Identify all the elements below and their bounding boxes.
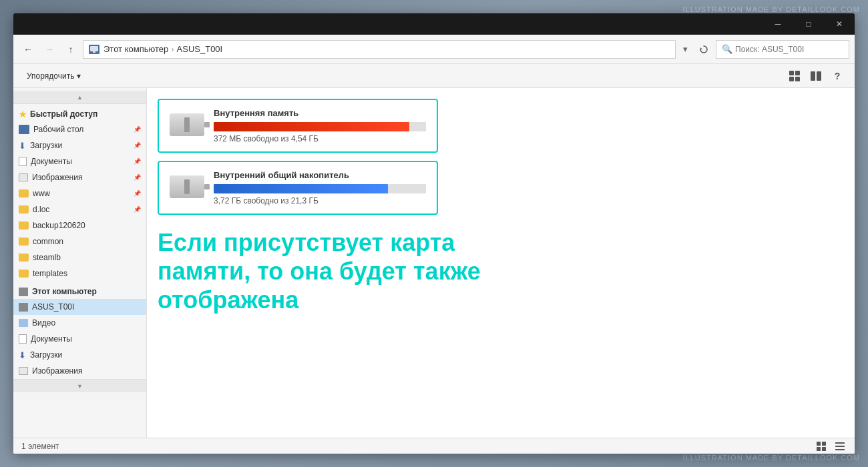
breadcrumb-device[interactable]: ASUS_T00I bbox=[177, 44, 223, 54]
sidebar-item-dloc[interactable]: d.loc 📌 bbox=[13, 201, 146, 217]
breadcrumb-bar[interactable]: Этот компьютер › ASUS_T00I bbox=[83, 40, 676, 59]
download2-icon: ⬇ bbox=[19, 350, 26, 360]
help-button[interactable]: ? bbox=[828, 67, 847, 85]
status-bar: 1 элемент bbox=[13, 438, 855, 454]
drive-bar-memory bbox=[214, 122, 426, 131]
annotation-line2: памяти, то она будет также bbox=[158, 257, 558, 286]
drive-free-shared: 3,72 ГБ свободно из 21,3 ГБ bbox=[214, 196, 426, 205]
templates-label: templates bbox=[33, 269, 67, 278]
pin-icon-dloc: 📌 bbox=[134, 206, 141, 213]
forward-button[interactable]: → bbox=[40, 40, 59, 59]
back-button[interactable]: ← bbox=[19, 40, 37, 59]
organize-label: Упорядочить bbox=[27, 71, 74, 81]
images2-label: Изображения bbox=[32, 366, 82, 376]
desktop-label: Рабочий стол bbox=[33, 125, 83, 134]
drive-bar-fill-memory bbox=[214, 122, 409, 131]
common-label: common bbox=[33, 237, 63, 246]
sidebar-scroll-up[interactable]: ▲ bbox=[13, 91, 146, 104]
sidebar-item-www[interactable]: www 📌 bbox=[13, 185, 146, 201]
sidebar-item-images2[interactable]: Изображения bbox=[13, 363, 146, 379]
downloads-label: Загрузки bbox=[30, 141, 62, 150]
sidebar-item-steamlb[interactable]: steamlb bbox=[13, 250, 146, 266]
window: ─ □ ✕ ← → ↑ Этот компьютер › ASUS_T00I ▾… bbox=[13, 13, 855, 454]
svg-rect-13 bbox=[835, 442, 845, 444]
quick-access-header: ★ Быстрый доступ bbox=[13, 107, 146, 121]
sidebar-item-backup[interactable]: backup120620 bbox=[13, 217, 146, 234]
status-grid-view-button[interactable] bbox=[815, 440, 828, 452]
organize-arrow: ▾ bbox=[77, 71, 81, 81]
toolbar-right: ? bbox=[785, 67, 847, 85]
image2-icon bbox=[19, 367, 28, 375]
sidebar-item-video[interactable]: Видео bbox=[13, 315, 146, 331]
status-count: 1 элемент bbox=[21, 442, 59, 451]
sidebar-item-asus[interactable]: ASUS_T00I bbox=[13, 299, 146, 315]
annotation-line1: Если присутствует карта bbox=[158, 228, 558, 257]
minimize-button[interactable]: ─ bbox=[763, 13, 793, 35]
asus-label: ASUS_T00I bbox=[32, 302, 74, 312]
sidebar-item-common[interactable]: common bbox=[13, 234, 146, 250]
drive-card-internal-shared[interactable]: Внутренний общий накопитель 3,72 ГБ своб… bbox=[158, 161, 438, 215]
drive-icon-shared bbox=[170, 175, 203, 201]
desktop-icon bbox=[19, 125, 29, 134]
sidebar-scroll-down[interactable]: ▼ bbox=[13, 379, 146, 392]
drive-icon-memory bbox=[170, 113, 203, 139]
svg-rect-7 bbox=[811, 71, 815, 81]
sidebar-item-templates[interactable]: templates bbox=[13, 266, 146, 282]
svg-rect-4 bbox=[795, 71, 800, 75]
sidebar-item-documents2[interactable]: Документы bbox=[13, 331, 146, 347]
pin-icon-www: 📌 bbox=[134, 190, 141, 197]
drive-bar-fill-shared bbox=[214, 184, 388, 193]
asus-drive-icon bbox=[19, 303, 28, 312]
folder-backup-icon bbox=[19, 221, 29, 229]
computer-label: Этот компьютер bbox=[32, 287, 97, 296]
view-options-button[interactable] bbox=[785, 67, 804, 85]
pin-icon-downloads: 📌 bbox=[134, 142, 141, 149]
sidebar-item-images[interactable]: Изображения 📌 bbox=[13, 169, 146, 185]
doc2-icon bbox=[19, 334, 27, 344]
backup-label: backup120620 bbox=[33, 221, 85, 230]
sidebar-item-desktop[interactable]: Рабочий стол 📌 bbox=[13, 121, 146, 137]
svg-rect-3 bbox=[789, 71, 794, 75]
up-button[interactable]: ↑ bbox=[61, 40, 80, 59]
sidebar: ▲ ★ Быстрый доступ Рабочий стол 📌 ⬇ Загр… bbox=[13, 88, 147, 438]
sidebar-item-documents[interactable]: Документы 📌 bbox=[13, 153, 146, 169]
status-list-view-button[interactable] bbox=[833, 440, 847, 452]
video-icon bbox=[19, 319, 28, 327]
close-button[interactable]: ✕ bbox=[824, 13, 855, 35]
svg-rect-5 bbox=[789, 77, 794, 81]
title-bar: ─ □ ✕ bbox=[13, 13, 855, 35]
search-box[interactable]: 🔍 bbox=[716, 40, 849, 59]
svg-rect-15 bbox=[835, 449, 845, 450]
sidebar-item-downloads2[interactable]: ⬇ Загрузки bbox=[13, 347, 146, 363]
svg-rect-6 bbox=[795, 77, 800, 81]
drive-name-shared: Внутренний общий накопитель bbox=[214, 170, 426, 180]
organize-button[interactable]: Упорядочить ▾ bbox=[21, 67, 86, 85]
svg-rect-1 bbox=[93, 51, 95, 53]
scroll-up-arrow: ▲ bbox=[77, 94, 83, 101]
refresh-button[interactable] bbox=[694, 40, 713, 59]
toolbar: Упорядочить ▾ ? bbox=[13, 64, 855, 88]
pane-toggle-button[interactable] bbox=[807, 67, 825, 85]
path-dropdown-button[interactable]: ▾ bbox=[678, 40, 692, 59]
www-label: www bbox=[33, 189, 50, 198]
status-right bbox=[815, 440, 847, 452]
drive-card-internal-memory[interactable]: Внутренняя память 372 МБ свободно из 4,5… bbox=[158, 99, 438, 153]
svg-rect-0 bbox=[90, 46, 98, 51]
computer-icon bbox=[19, 288, 28, 296]
pin-icon-desktop: 📌 bbox=[134, 126, 141, 133]
svg-rect-14 bbox=[835, 446, 845, 447]
content-area: Внутренняя память 372 МБ свободно из 4,5… bbox=[147, 88, 855, 438]
drive-name-memory: Внутренняя память bbox=[214, 108, 426, 118]
documents-label: Документы bbox=[31, 157, 72, 166]
folder-dloc-icon bbox=[19, 205, 29, 213]
annotation-text: Если присутствует карта памяти, то она б… bbox=[158, 228, 558, 315]
video-label: Видео bbox=[32, 318, 55, 328]
annotation-line3: отображена bbox=[158, 286, 558, 314]
drive-free-memory: 372 МБ свободно из 4,54 ГБ bbox=[214, 134, 426, 143]
drive-cards: Внутренняя память 372 МБ свободно из 4,5… bbox=[158, 99, 844, 215]
sidebar-item-downloads[interactable]: ⬇ Загрузки 📌 bbox=[13, 137, 146, 153]
watermark-bottom: ILLUSTRATION MADE BY DETAILLOOK.COM bbox=[683, 454, 860, 462]
maximize-button[interactable]: □ bbox=[793, 13, 824, 35]
breadcrumb-pc[interactable]: Этот компьютер bbox=[103, 44, 168, 54]
search-input[interactable] bbox=[735, 45, 843, 54]
